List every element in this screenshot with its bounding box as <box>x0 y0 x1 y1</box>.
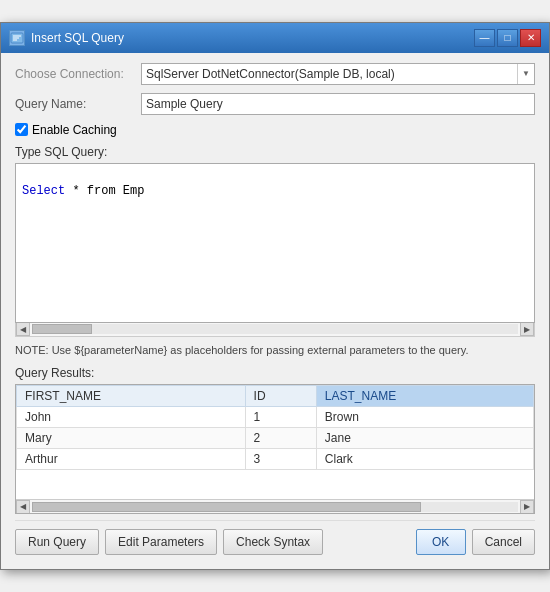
title-bar: Insert SQL Query — □ ✕ <box>1 23 549 53</box>
cell-last-name: Brown <box>316 407 533 428</box>
results-scrollbar[interactable]: ◀ ▶ <box>16 499 534 513</box>
dialog-icon <box>9 30 25 46</box>
minimize-button[interactable]: — <box>474 29 495 47</box>
connection-combo[interactable]: SqlServer DotNetConnector(Sample DB, loc… <box>141 63 535 85</box>
results-header-row: FIRST_NAME ID LAST_NAME <box>17 386 534 407</box>
cell-id: 1 <box>245 407 316 428</box>
cell-first-name: Arthur <box>17 449 246 470</box>
combo-arrow-icon: ▼ <box>517 64 530 84</box>
scroll-left-arrow[interactable]: ◀ <box>16 323 30 337</box>
dialog-title: Insert SQL Query <box>31 31 124 45</box>
cell-id: 2 <box>245 428 316 449</box>
results-scroll-right[interactable]: ▶ <box>520 500 534 514</box>
query-name-label: Query Name: <box>15 97 135 111</box>
results-scroll-track[interactable] <box>32 502 518 512</box>
enable-caching-row: Enable Caching <box>15 123 535 137</box>
col-header-id: ID <box>245 386 316 407</box>
scroll-track[interactable] <box>32 324 518 334</box>
scroll-right-arrow[interactable]: ▶ <box>520 323 534 337</box>
results-table: FIRST_NAME ID LAST_NAME John 1 Brown Mar… <box>16 385 534 470</box>
cell-first-name: John <box>17 407 246 428</box>
table-row: Arthur 3 Clark <box>17 449 534 470</box>
close-button[interactable]: ✕ <box>520 29 541 47</box>
enable-caching-checkbox[interactable] <box>15 123 28 136</box>
col-header-last-name: LAST_NAME <box>316 386 533 407</box>
insert-sql-dialog: Insert SQL Query — □ ✕ Choose Connection… <box>0 22 550 570</box>
ok-button[interactable]: OK <box>416 529 466 555</box>
results-tbody: John 1 Brown Mary 2 Jane Arthur 3 Cl <box>17 407 534 470</box>
connection-label: Choose Connection: <box>15 67 135 81</box>
maximize-button[interactable]: □ <box>497 29 518 47</box>
run-query-button[interactable]: Run Query <box>15 529 99 555</box>
results-scroll-thumb[interactable] <box>32 502 421 512</box>
editor-wrapper: Select * from Emp ◀ ▶ <box>15 163 535 337</box>
dialog-body: Choose Connection: SqlServer DotNetConne… <box>1 53 549 569</box>
connection-row: Choose Connection: SqlServer DotNetConne… <box>15 63 535 85</box>
cancel-button[interactable]: Cancel <box>472 529 535 555</box>
sql-query-section: Type SQL Query: Select * from Emp ◀ ▶ <box>15 145 535 337</box>
query-name-row: Query Name: <box>15 93 535 115</box>
cell-last-name: Jane <box>316 428 533 449</box>
sql-editor-scrollbar[interactable]: ◀ ▶ <box>15 323 535 337</box>
scroll-thumb[interactable] <box>32 324 92 334</box>
results-table-wrapper: FIRST_NAME ID LAST_NAME John 1 Brown Mar… <box>15 384 535 514</box>
results-label: Query Results: <box>15 366 535 380</box>
cell-last-name: Clark <box>316 449 533 470</box>
edit-parameters-button[interactable]: Edit Parameters <box>105 529 217 555</box>
sql-editor[interactable]: Select * from Emp <box>15 163 535 323</box>
results-scroll-left[interactable]: ◀ <box>16 500 30 514</box>
enable-caching-label: Enable Caching <box>32 123 117 137</box>
button-row: Run Query Edit Parameters Check Syntax O… <box>15 520 535 559</box>
results-section: Query Results: FIRST_NAME ID LAST_NAME J… <box>15 366 535 514</box>
table-row: John 1 Brown <box>17 407 534 428</box>
cell-id: 3 <box>245 449 316 470</box>
table-row: Mary 2 Jane <box>17 428 534 449</box>
connection-value: SqlServer DotNetConnector(Sample DB, loc… <box>146 67 395 81</box>
query-name-input[interactable] <box>141 93 535 115</box>
cell-first-name: Mary <box>17 428 246 449</box>
sql-section-label: Type SQL Query: <box>15 145 535 159</box>
check-syntax-button[interactable]: Check Syntax <box>223 529 323 555</box>
parameter-note: NOTE: Use ${parameterName} as placeholde… <box>15 343 535 358</box>
col-header-first-name: FIRST_NAME <box>17 386 246 407</box>
